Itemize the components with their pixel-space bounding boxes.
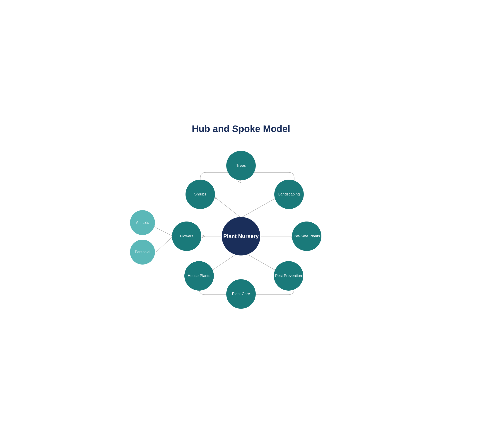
- hub-label: Plant Nursery: [223, 233, 259, 240]
- node-pest-prevention: Pest Prevention: [274, 261, 303, 291]
- svg-line-1: [215, 197, 241, 218]
- node-flowers: Flowers: [172, 222, 201, 251]
- svg-line-6: [212, 254, 236, 271]
- hub-node: Plant Nursery: [222, 217, 260, 256]
- page-container: Hub and Spoke Model: [121, 123, 361, 325]
- diagram-container: Plant Nursery Trees Shrubs Landscaping F…: [121, 148, 361, 325]
- page-title: Hub and Spoke Model: [121, 123, 361, 134]
- node-house-plants: House Plants: [184, 261, 214, 291]
- node-landscaping: Landscaping: [274, 180, 304, 209]
- node-perennial: Perennial: [130, 240, 155, 264]
- node-shrubs: Shrubs: [185, 180, 215, 209]
- node-plant-care: Plant Care: [226, 279, 256, 309]
- node-trees: Trees: [226, 151, 256, 180]
- svg-line-7: [247, 254, 276, 271]
- node-pet-safe: Pet-Safe Plants: [292, 222, 321, 251]
- svg-line-2: [241, 197, 277, 218]
- node-annuals: Annuals: [130, 210, 155, 235]
